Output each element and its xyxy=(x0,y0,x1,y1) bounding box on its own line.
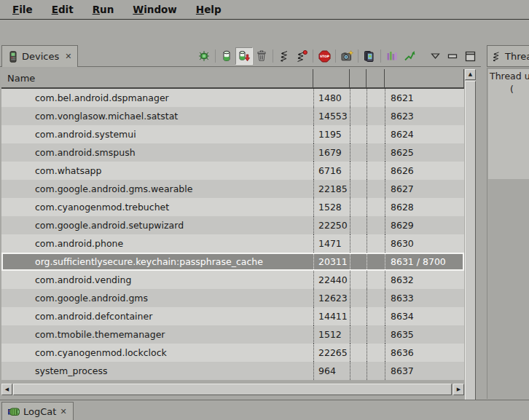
table-row[interactable]: com.android.systemui 1195 8624 xyxy=(1,125,464,143)
process-pid: 1679 xyxy=(313,143,350,162)
toolbar-separator xyxy=(358,49,358,63)
device-list: com.bel.android.dspmanager 1480 8621 com… xyxy=(1,89,464,380)
process-name: com.android.phone xyxy=(1,234,313,253)
devices-tab-bar: Devices ✕ xyxy=(0,45,481,67)
threads-message-line2: ( xyxy=(510,84,514,95)
process-pid: 14411 xyxy=(313,307,350,325)
table-row[interactable]: com.tmobile.thememanager 1512 8635 xyxy=(1,325,464,344)
table-row[interactable]: com.google.android.gms 12623 8633 xyxy=(1,289,464,307)
scroll-up-icon[interactable]: ▲ xyxy=(465,69,476,80)
table-row[interactable]: system_process 964 8637 xyxy=(1,362,464,380)
scroll-right-icon[interactable]: ▶ xyxy=(453,384,464,395)
process-name: com.bel.android.dspmanager xyxy=(1,89,313,107)
toolbar-separator xyxy=(273,49,273,63)
process-pid: 964 xyxy=(313,362,350,380)
update-heap-icon[interactable] xyxy=(218,47,235,65)
scroll-left-icon[interactable]: ◀ xyxy=(1,384,12,395)
table-row[interactable]: com.android.smspush 1679 8625 xyxy=(1,143,464,162)
threads-panel: Threads Thread up ( xyxy=(487,44,529,399)
empty-cell xyxy=(367,234,385,253)
process-name: org.sufficientlysecure.keychain:passphra… xyxy=(1,253,313,271)
menu-window[interactable]: Window xyxy=(123,1,187,18)
empty-cell xyxy=(367,253,385,271)
bottom-panel: LogCat ✕ xyxy=(0,400,529,420)
menu-file[interactable]: File xyxy=(3,1,42,18)
column-header-3[interactable] xyxy=(350,69,367,87)
tab-devices[interactable]: Devices ✕ xyxy=(1,45,78,67)
close-icon[interactable]: ✕ xyxy=(60,407,66,416)
vertical-scrollbar[interactable]: ▲ ▼ xyxy=(465,69,476,420)
table-row[interactable]: com.android.phone 1471 8630 xyxy=(1,234,464,253)
empty-cell xyxy=(350,307,367,325)
table-row[interactable]: org.sufficientlysecure.keychain:passphra… xyxy=(1,253,464,271)
empty-cell xyxy=(350,162,367,180)
process-pid: 12623 xyxy=(313,289,350,307)
table-row[interactable]: com.android.defcontainer 14411 8634 xyxy=(1,307,464,325)
column-header-name[interactable]: Name xyxy=(1,69,313,87)
table-row[interactable]: com.cyanogenmod.lockclock 22265 8636 xyxy=(1,344,464,362)
tab-logcat[interactable]: LogCat ✕ xyxy=(1,402,74,420)
tab-logcat-label: LogCat xyxy=(23,406,56,417)
process-pid: 1528 xyxy=(313,198,350,216)
vertical-scrollbar-thumb[interactable] xyxy=(465,81,476,413)
table-row[interactable]: com.bel.android.dspmanager 1480 8621 xyxy=(1,89,464,107)
view-window-buttons xyxy=(428,49,477,63)
process-pid: 22185 xyxy=(313,180,350,198)
debug-process-icon[interactable] xyxy=(195,47,213,65)
screen-capture-icon[interactable] xyxy=(338,47,356,65)
view-menu-icon[interactable] xyxy=(428,49,442,63)
main-toolbar-strip xyxy=(0,20,529,43)
close-icon[interactable]: ✕ xyxy=(65,52,71,61)
menu-edit[interactable]: Edit xyxy=(42,1,83,18)
table-row[interactable]: com.google.android.setupwizard 22250 862… xyxy=(1,216,464,234)
table-row[interactable]: com.vonglasow.michael.satstat 14553 8623 xyxy=(1,107,464,125)
process-name: com.google.android.setupwizard xyxy=(1,216,313,234)
update-threads-icon[interactable] xyxy=(275,47,293,65)
empty-cell xyxy=(367,362,385,380)
empty-cell xyxy=(350,198,367,216)
menu-run[interactable]: Run xyxy=(83,1,124,18)
process-port: 8623 xyxy=(385,107,464,125)
menu-help[interactable]: Help xyxy=(187,1,231,18)
minimize-icon[interactable] xyxy=(446,49,459,63)
devices-panel: Devices ✕ xyxy=(0,44,481,398)
svg-text:STOP: STOP xyxy=(319,55,329,58)
process-pid: 20311 xyxy=(313,253,350,271)
table-row[interactable]: com.google.android.gms.wearable 22185 86… xyxy=(1,180,464,198)
start-opengl-trace-icon[interactable] xyxy=(401,47,418,65)
threads-empty-area xyxy=(488,69,529,179)
column-header-4[interactable] xyxy=(367,69,385,87)
process-port: 8629 xyxy=(385,216,464,234)
process-pid: 6716 xyxy=(313,162,350,180)
table-row[interactable]: com.android.vending 22440 8632 xyxy=(1,271,464,289)
tab-threads[interactable]: Threads xyxy=(487,45,529,67)
start-method-profiling-icon[interactable] xyxy=(293,47,310,65)
process-port: 8635 xyxy=(385,325,464,344)
toolbar-separator xyxy=(313,49,313,63)
process-name: com.android.vending xyxy=(1,271,313,289)
panel-splitter[interactable] xyxy=(481,44,487,420)
empty-cell xyxy=(367,325,385,344)
column-header-pid[interactable] xyxy=(313,69,350,87)
horizontal-scrollbar-thumb[interactable] xyxy=(13,384,452,395)
maximize-icon[interactable] xyxy=(463,49,477,63)
empty-cell xyxy=(350,271,367,289)
cause-gc-icon[interactable] xyxy=(253,47,270,65)
table-row[interactable]: com.whatsapp 6716 8626 xyxy=(1,162,464,180)
empty-cell xyxy=(350,344,367,362)
horizontal-scrollbar[interactable]: ◀ ▶ xyxy=(1,384,464,395)
process-pid: 22250 xyxy=(313,216,350,234)
dump-hprof-icon[interactable] xyxy=(235,47,253,65)
process-name: com.android.smspush xyxy=(1,143,313,162)
process-pid: 22440 xyxy=(313,271,350,289)
toolbar-separator xyxy=(215,49,216,63)
stop-process-icon[interactable]: STOP xyxy=(316,47,333,65)
process-name: com.google.android.gms xyxy=(1,289,313,307)
process-port: 8627 xyxy=(385,180,464,198)
dump-view-hierarchy-icon[interactable] xyxy=(361,47,378,65)
table-row[interactable]: com.cyanogenmod.trebuchet 1528 8628 xyxy=(1,198,464,216)
process-port: 8621 xyxy=(385,89,464,107)
capture-systrace-icon[interactable] xyxy=(383,47,401,65)
column-header-port[interactable] xyxy=(385,69,464,87)
empty-cell xyxy=(367,125,385,143)
